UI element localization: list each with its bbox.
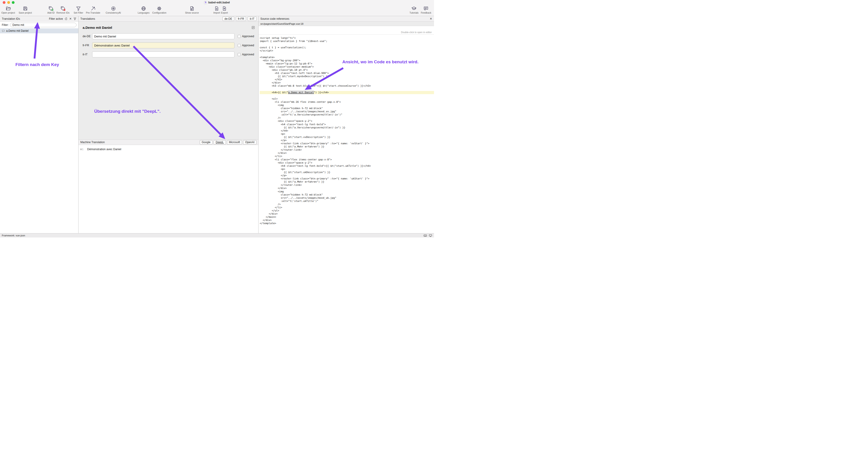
language-label: fr-FR — [83, 44, 92, 47]
open-project-button[interactable]: Open project — [1, 6, 15, 14]
code-line: <main class="lg:px-12 lg:pb-6"> — [260, 62, 434, 65]
code-line: <img — [260, 190, 434, 193]
translation-input-it-IT[interactable] — [92, 52, 235, 57]
code-listing: <script setup lang="ts">import { useTran… — [258, 35, 434, 233]
feedback-button[interactable]: Feedback — [421, 6, 431, 14]
translation-row: fr-FR Approved — [83, 42, 258, 48]
code-line: </div> — [260, 151, 434, 155]
tool-label: Show source — [185, 11, 199, 14]
code-line: </div> — [260, 219, 434, 222]
show-source-button[interactable]: Show source — [185, 6, 199, 14]
add-id-button[interactable]: Add ID — [48, 6, 55, 14]
languages-button[interactable]: Languages — [138, 6, 150, 14]
speech-bubble-icon — [423, 6, 429, 11]
code-line: </p> — [260, 139, 434, 142]
translation-id-list-item[interactable]: a.Demo mit Daniel — [0, 28, 78, 33]
tool-label: Pre-Translate — [86, 11, 100, 14]
code-line: /> — [260, 203, 434, 206]
translation-row: it-IT Approved — [83, 52, 258, 57]
main-area: Translation IDs Filter active ✕ Filter: … — [0, 16, 434, 233]
editor-hint-text: Double-click to open in editor — [401, 31, 432, 34]
code-line: </router-link> — [260, 148, 434, 151]
translation-input-de-DE[interactable] — [92, 33, 235, 39]
export-button[interactable]: Export — [221, 6, 228, 14]
import-button[interactable]: Import — [213, 6, 220, 14]
mt-suggestion-text: Démonstration avec Daniel — [87, 148, 121, 151]
entry-key-title: a.Demo mit Daniel — [83, 26, 112, 30]
save-project-button[interactable]: Save project — [19, 6, 32, 14]
code-line: <p> — [260, 168, 434, 171]
code-line: </main> — [260, 215, 434, 219]
funnel-icon — [76, 6, 81, 11]
code-line: const { t } = useTranslation(); — [260, 46, 434, 49]
refresh-filter-icon[interactable] — [64, 17, 68, 21]
language-tab-it-IT[interactable]: it-IT — [248, 16, 256, 21]
tool-label: Feedback — [421, 11, 431, 14]
code-line: <router-link class="btn-primary" :to="{ … — [260, 177, 434, 180]
language-tab-de-DE[interactable]: de-DE — [222, 16, 234, 21]
filter-funnel-icon[interactable] — [73, 17, 76, 21]
display-icon[interactable] — [429, 234, 432, 237]
comment-bubble-icon — [2, 30, 5, 32]
code-line: /> — [260, 116, 434, 120]
panel-title: Machine Translation — [80, 141, 105, 144]
mt-suggestion-row[interactable]: ⌘1 Démonstration avec Daniel — [80, 148, 258, 151]
provider-google-button[interactable]: Google — [200, 140, 213, 144]
entry-comment-icon[interactable] — [251, 26, 255, 30]
language-tab-fr-FR[interactable]: fr-FR — [236, 16, 246, 21]
approved-checkbox-it-IT[interactable] — [238, 53, 241, 56]
code-line: <p> — [260, 133, 434, 136]
filter-input[interactable] — [10, 23, 76, 27]
editor-hint: Double-click to open in editor — [258, 26, 434, 35]
clear-filter-icon[interactable]: ✕ — [69, 17, 72, 20]
remove-tag-icon — [60, 6, 66, 11]
approved-label: Approved — [242, 35, 254, 38]
consistency-ai-button[interactable]: ConsistencyAI — [106, 6, 121, 14]
provider-openai-button[interactable]: OpenAI — [243, 140, 256, 144]
tool-label: Tutorials — [409, 11, 418, 14]
source-references-panel: Source code references ✕ src/pages/start… — [258, 16, 434, 233]
code-line: <router-link class="btn-primary" :to="{ … — [260, 142, 434, 145]
remove-ids-button[interactable]: Remove IDs — [57, 6, 70, 14]
code-line — [260, 94, 434, 97]
code-line: </router-link> — [260, 183, 434, 187]
tool-label: Set Filter — [73, 11, 83, 14]
tool-label: Import — [213, 11, 220, 14]
code-line: </li> — [260, 155, 434, 158]
translation-input-fr-FR[interactable] — [92, 42, 235, 48]
keyboard-icon[interactable] — [424, 234, 427, 237]
set-filter-button[interactable]: Set Filter — [73, 6, 83, 14]
code-line: </div> — [260, 187, 434, 190]
code-line: </p> — [260, 174, 434, 177]
close-panel-icon[interactable]: ✕ — [430, 17, 432, 20]
window-title-wrap: b babel-edit.babel — [0, 0, 434, 5]
code-line: <script setup lang="ts"> — [260, 36, 434, 40]
title-bar: b babel-edit.babel — [0, 0, 434, 5]
source-reference-item[interactable]: src/pages/start/GuestStartPage.vue:18 — [258, 22, 434, 26]
tutorials-button[interactable]: Tutorials — [409, 6, 418, 14]
approved-checkbox-de-DE[interactable] — [238, 35, 241, 38]
code-line: class="hidden h-72 md:block" — [260, 193, 434, 197]
code-line — [260, 88, 434, 91]
provider-deepl-button[interactable]: DeepL — [214, 140, 226, 144]
code-line: </li> — [260, 206, 434, 209]
save-icon — [23, 6, 28, 11]
filter-row: Filter: — [0, 22, 78, 28]
graduation-cap-icon — [411, 6, 416, 11]
pre-translate-button[interactable]: Pre-Translate — [86, 6, 100, 14]
magic-wand-icon — [91, 6, 96, 11]
source-document-icon — [189, 6, 194, 11]
translation-ids-header: Translation IDs Filter active ✕ — [0, 16, 78, 22]
approved-label: Approved — [242, 53, 254, 56]
code-line: :alt="t('a.Versicherungsvermittler/-in')… — [260, 113, 434, 116]
toolbar: Open project Save project Add ID Remove … — [0, 5, 434, 16]
approved-checkbox-fr-FR[interactable] — [238, 44, 241, 47]
code-line: {{ $t("a.Mehr erfahren") }} — [260, 180, 434, 183]
language-label: de-DE — [83, 35, 92, 38]
ai-sparkle-icon — [111, 6, 116, 11]
translations-header: Translations de-DE fr-FR it-IT — [79, 16, 258, 22]
open-folder-icon — [6, 6, 11, 11]
configuration-button[interactable]: Configuration — [152, 6, 166, 14]
provider-microsoft-button[interactable]: Microsoft — [227, 140, 242, 144]
code-line: <h3 class="mb-8 text-blue-900">{{ $t("st… — [260, 84, 434, 88]
